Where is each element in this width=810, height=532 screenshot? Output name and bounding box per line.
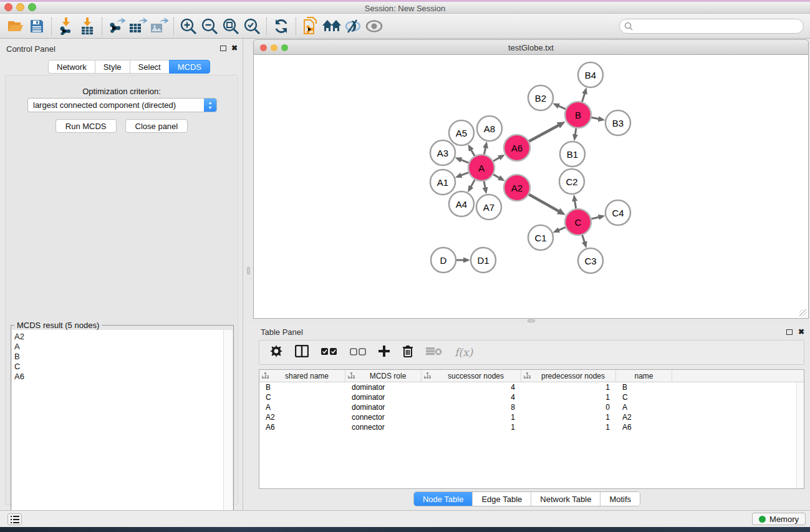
result-item[interactable]: B xyxy=(14,352,224,362)
optimization-criterion-label: Optimization criterion: xyxy=(6,87,238,96)
graph-node-A[interactable]: A xyxy=(468,155,494,181)
graph-node-B[interactable]: B xyxy=(565,102,591,128)
tab-mcds[interactable]: MCDS xyxy=(169,60,210,74)
column-header-shared-name[interactable]: shared name xyxy=(259,370,345,382)
tab-network-table[interactable]: Network Table xyxy=(531,492,600,506)
cell-shared-name: A6 xyxy=(259,423,345,432)
table-row[interactable]: A6connector11A6 xyxy=(259,422,804,432)
graph-node-A8[interactable]: A8 xyxy=(477,116,502,141)
table-scrollbar[interactable] xyxy=(796,382,804,488)
cell-MCDS-role: connector xyxy=(345,413,422,422)
open-session-icon[interactable] xyxy=(5,17,26,36)
memory-button[interactable]: Memory xyxy=(752,513,806,525)
cell-predecessor-nodes: 1 xyxy=(521,423,616,432)
refresh-icon[interactable] xyxy=(271,17,292,36)
table-row[interactable]: Adominator80A xyxy=(259,402,804,412)
tab-style[interactable]: Style xyxy=(95,60,130,74)
optimization-criterion-select[interactable]: largest connected component (directed) ▲… xyxy=(27,98,217,112)
result-scrollbar[interactable] xyxy=(223,330,233,532)
home-icon[interactable] xyxy=(321,17,342,36)
graph-node-B4[interactable]: B4 xyxy=(578,62,603,87)
network-window-titlebar[interactable]: testGlobe.txt xyxy=(253,39,809,55)
graph-node-A3[interactable]: A3 xyxy=(430,140,455,165)
column-header-successor-nodes[interactable]: successor nodes xyxy=(422,370,521,382)
graph-node-label: C2 xyxy=(566,177,577,187)
delete-icon[interactable] xyxy=(402,345,413,360)
graph-edge-A2-C[interactable] xyxy=(528,193,559,211)
graph-edge-A6-B[interactable] xyxy=(528,125,559,142)
export-network-icon[interactable] xyxy=(106,17,127,36)
column-header-MCDS-role[interactable]: MCDS role xyxy=(345,370,422,382)
deselect-all-icon[interactable] xyxy=(350,347,366,358)
function-builder-icon: f(x) xyxy=(455,346,473,359)
graph-node-C[interactable]: C xyxy=(565,209,591,235)
column-header-name[interactable]: name xyxy=(616,370,672,382)
tab-network[interactable]: Network xyxy=(48,60,95,74)
graph-node-A6[interactable]: A6 xyxy=(504,135,530,161)
zoom-out-icon[interactable] xyxy=(199,17,220,36)
zoom-in-icon[interactable] xyxy=(178,17,199,36)
float-table-panel-icon[interactable] xyxy=(786,329,793,335)
zoom-fit-icon[interactable] xyxy=(220,17,241,36)
graph-node-B1[interactable]: B1 xyxy=(560,142,585,167)
task-history-button[interactable] xyxy=(7,513,22,525)
graph-node-C2[interactable]: C2 xyxy=(559,169,584,194)
split-columns-icon[interactable] xyxy=(295,345,309,360)
import-network-icon[interactable] xyxy=(55,17,77,36)
graph-node-label: A5 xyxy=(456,128,467,138)
graph-node-C1[interactable]: C1 xyxy=(528,225,553,250)
graph-node-A4[interactable]: A4 xyxy=(449,191,474,216)
graph-node-A5[interactable]: A5 xyxy=(449,120,474,145)
export-image-icon[interactable] xyxy=(148,17,170,36)
run-mcds-button[interactable]: Run MCDS xyxy=(55,119,117,133)
tab-select[interactable]: Select xyxy=(130,60,169,74)
close-panel-icon[interactable]: ✖ xyxy=(231,44,238,52)
import-table-icon[interactable] xyxy=(77,17,98,36)
add-column-icon[interactable] xyxy=(378,346,390,359)
close-table-panel-icon[interactable]: ✖ xyxy=(798,328,804,336)
cell-predecessor-nodes: 1 xyxy=(521,383,616,392)
tab-edge-table[interactable]: Edge Table xyxy=(473,492,531,506)
graph-node-C4[interactable]: C4 xyxy=(605,200,630,225)
search-input[interactable] xyxy=(619,19,804,34)
graph-node-A1[interactable]: A1 xyxy=(430,170,455,195)
result-item[interactable]: C xyxy=(14,362,224,372)
new-network-from-file-icon[interactable] xyxy=(300,17,321,36)
gear-icon[interactable] xyxy=(270,345,282,360)
close-panel-button[interactable]: Close panel xyxy=(125,119,188,133)
export-table-icon[interactable] xyxy=(127,17,148,36)
show-graphics-icon[interactable] xyxy=(364,17,385,36)
graph-node-A7[interactable]: A7 xyxy=(476,195,501,220)
tab-node-table[interactable]: Node Table xyxy=(414,492,473,506)
graph-node-B2[interactable]: B2 xyxy=(528,85,553,110)
network-canvas[interactable]: B4B2BB3A8A5A6A3B1AA1C2A2A4A7C4CC1C3DD1 xyxy=(253,55,809,319)
graph-node-label: B xyxy=(575,110,581,120)
mcds-result-list[interactable]: A2ABCA6 xyxy=(12,330,224,532)
zoom-selected-icon[interactable] xyxy=(241,17,263,36)
table-row[interactable]: Cdominator41C xyxy=(259,392,804,402)
table-row[interactable]: A2connector11A2 xyxy=(259,412,804,422)
result-item[interactable]: A6 xyxy=(14,372,224,382)
graph-node-C3[interactable]: C3 xyxy=(578,248,603,273)
cell-MCDS-role: dominator xyxy=(345,403,422,412)
cell-name: A6 xyxy=(616,423,672,432)
horizontal-splitter-grip[interactable] xyxy=(528,319,535,322)
hide-graphics-icon[interactable] xyxy=(342,17,364,36)
graph-node-B3[interactable]: B3 xyxy=(605,110,630,135)
graph-node-D[interactable]: D xyxy=(431,248,456,273)
graph-node-A2[interactable]: A2 xyxy=(504,175,530,201)
tab-motifs[interactable]: Motifs xyxy=(600,492,640,506)
resize-grip-icon[interactable] xyxy=(799,309,807,317)
save-session-icon[interactable] xyxy=(26,17,47,36)
result-item[interactable]: A xyxy=(14,342,224,352)
select-all-icon[interactable] xyxy=(321,347,337,358)
table-row[interactable]: Bdominator41B xyxy=(259,382,804,392)
table-panel-title: Table Panel xyxy=(261,327,303,337)
graph-node-D1[interactable]: D1 xyxy=(471,248,496,273)
column-header-predecessor-nodes[interactable]: predecessor nodes xyxy=(521,370,616,382)
cell-successor-nodes: 4 xyxy=(422,383,521,392)
vertical-splitter-grip[interactable] xyxy=(247,267,250,274)
node-table[interactable]: shared nameMCDS rolesuccessor nodesprede… xyxy=(259,369,804,489)
result-item[interactable]: A2 xyxy=(14,332,224,342)
float-panel-icon[interactable] xyxy=(220,46,226,51)
